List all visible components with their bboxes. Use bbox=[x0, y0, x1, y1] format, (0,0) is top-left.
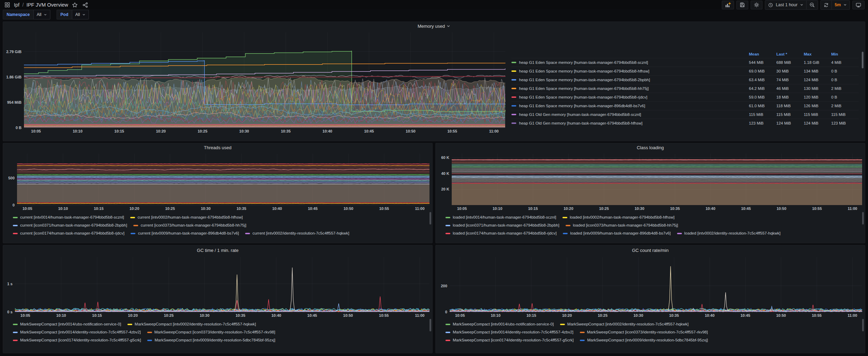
legend-series-item[interactable]: MarkSweepCompact [intv0014/ubs-notificat… bbox=[13, 320, 121, 328]
legend-value: 544 MiB bbox=[749, 60, 776, 65]
zoom-out-time-button[interactable] bbox=[806, 1, 818, 9]
chevron-down-icon bbox=[843, 3, 847, 7]
time-range-picker[interactable]: Last 1 hour bbox=[765, 1, 806, 9]
legend-series-item[interactable]: loaded [intv0002/human-task-manager-6794… bbox=[562, 213, 675, 221]
legend-series-item[interactable]: MarkSweepCompact [intv0014/identity-reso… bbox=[445, 328, 574, 336]
legend-series-item[interactable]: loaded [icon0373/human-task-manager-6794… bbox=[566, 221, 678, 229]
panel-title-class-loading[interactable]: Class loading bbox=[436, 143, 865, 152]
legend-scrollbar[interactable] bbox=[429, 212, 431, 224]
gc-time-chart[interactable]: 10:0510:1010:1510:2010:2510:3010:3510:40… bbox=[3, 255, 432, 318]
svg-text:11:00: 11:00 bbox=[415, 206, 425, 211]
legend-scrollbar[interactable] bbox=[429, 319, 431, 331]
legend-series-item[interactable]: loaded [icon0174/human-task-manager-6794… bbox=[445, 229, 557, 237]
series-color-swatch bbox=[13, 217, 18, 218]
threads-used-chart[interactable]: 10:0510:1010:1510:2010:2510:3010:3510:40… bbox=[3, 152, 432, 211]
panel-title-gc-time[interactable]: GC time / 1 min. rate bbox=[3, 245, 432, 255]
legend-sort-header[interactable]: Max bbox=[804, 52, 831, 56]
legend-series-item[interactable]: current [intv0009/human-task-manager-896… bbox=[131, 229, 239, 237]
series-color-swatch bbox=[566, 225, 570, 226]
legend-series-item[interactable]: MarkSweepCompact [icon0373/identity-reso… bbox=[147, 328, 275, 336]
legend-series-row[interactable]: heap G1 Eden Space memory [human-task-ma… bbox=[511, 75, 859, 84]
dashboards-grid-icon[interactable] bbox=[3, 1, 11, 9]
svg-text:10:55: 10:55 bbox=[812, 313, 821, 317]
legend-series-row[interactable]: heap G1 Old Gen memory [human-task-manag… bbox=[511, 110, 859, 119]
svg-text:10:35: 10:35 bbox=[670, 206, 680, 211]
breadcrumb-folder[interactable]: Ipf bbox=[14, 2, 19, 8]
panel-title-text: GC count rate/min bbox=[632, 248, 669, 253]
legend-series-item[interactable]: loaded [intv0014/human-task-manager-6794… bbox=[445, 213, 556, 221]
legend-series-item[interactable]: MarkSweepCompact [icon0174/identity-reso… bbox=[445, 336, 574, 344]
legend-value: 134 MiB bbox=[804, 69, 831, 73]
legend-series-item[interactable]: current [icon0371/human-task-manager-679… bbox=[13, 221, 127, 229]
legend-series-item[interactable]: MarkSweepCompact [icon0373/identity-reso… bbox=[580, 328, 708, 336]
legend-series-item[interactable]: current [icon0373/human-task-manager-679… bbox=[133, 221, 246, 229]
variable-pod-label: Pod bbox=[57, 10, 72, 19]
legend-series-item[interactable]: MarkSweepCompact [intv0002/identity-reso… bbox=[127, 320, 256, 328]
panel-threads-used: Threads used 10:0510:1010:1510:2010:2510… bbox=[3, 143, 433, 243]
legend-series-row[interactable]: heap G1 Eden Space memory [human-task-ma… bbox=[511, 67, 859, 75]
legend-scrollbar[interactable] bbox=[862, 52, 863, 68]
legend-scrollbar[interactable] bbox=[862, 319, 864, 331]
kiosk-mode-button[interactable] bbox=[852, 1, 865, 9]
memory-used-chart[interactable]: 10:0510:1010:1510:2010:2510:3010:3510:40… bbox=[3, 30, 508, 134]
legend-value: 59.0 MiB bbox=[749, 95, 776, 99]
gc-count-chart[interactable]: 10:0510:1010:1510:2010:2510:3010:3510:40… bbox=[436, 255, 865, 318]
legend-series-item[interactable]: current [icon0174/human-task-manager-679… bbox=[13, 229, 124, 237]
panel-title-memory-used[interactable]: Memory used bbox=[3, 22, 865, 30]
legend-series-row[interactable]: heap G1 Eden Space memory [human-task-ma… bbox=[511, 101, 859, 110]
svg-text:10:35: 10:35 bbox=[669, 313, 679, 317]
panel-title-text: GC time / 1 min. rate bbox=[197, 248, 239, 253]
class-loading-chart[interactable]: 10:0510:1010:1510:2010:2510:3010:3510:40… bbox=[436, 152, 865, 211]
legend-series-item[interactable]: loaded [intv0009/human-task-manager-896d… bbox=[563, 229, 671, 237]
refresh-interval-picker[interactable]: 5m bbox=[832, 1, 850, 9]
add-panel-button[interactable] bbox=[722, 1, 734, 9]
svg-text:10:40: 10:40 bbox=[272, 206, 282, 211]
series-color-swatch bbox=[445, 324, 450, 325]
svg-text:10:25: 10:25 bbox=[198, 129, 207, 133]
panel-title-threads-used[interactable]: Threads used bbox=[3, 143, 432, 152]
legend-series-item[interactable]: current [intv0002/human-task-manager-679… bbox=[130, 213, 243, 221]
variable-pod-dropdown[interactable]: All bbox=[72, 10, 89, 19]
refresh-button[interactable] bbox=[821, 1, 832, 9]
legend-series-row[interactable]: heap G1 Old Gen memory [human-task-manag… bbox=[511, 119, 859, 127]
series-color-swatch bbox=[13, 332, 18, 333]
legend-sort-header[interactable]: Last * bbox=[776, 52, 804, 56]
dashboard-settings-button[interactable] bbox=[751, 1, 762, 9]
legend-series-item[interactable]: MarkSweepCompact [intv0009/identity-reso… bbox=[147, 336, 275, 344]
svg-text:10:30: 10:30 bbox=[635, 206, 644, 211]
legend-series-row[interactable]: heap G1 Eden Space memory [human-task-ma… bbox=[511, 58, 859, 67]
legend-series-item[interactable]: loaded [icon0371/human-task-manager-6794… bbox=[445, 221, 559, 229]
svg-text:40 K: 40 K bbox=[441, 171, 449, 176]
dashboard-variables-bar: Namespace All Pod All bbox=[0, 9, 868, 22]
legend-sort-header[interactable]: Min bbox=[831, 52, 859, 56]
legend-series-row[interactable]: heap G1 Eden Space memory [human-task-ma… bbox=[511, 93, 859, 101]
legend-series-item[interactable]: current [intv0014/human-task-manager-679… bbox=[13, 213, 124, 221]
series-color-swatch bbox=[511, 114, 516, 115]
legend-series-item[interactable]: MarkSweepCompact [intv0002/identity-reso… bbox=[560, 320, 688, 328]
dashboard-title: IPF JVM Overview bbox=[26, 2, 68, 8]
legend-sort-header[interactable]: Mean bbox=[749, 52, 776, 56]
svg-text:11:00: 11:00 bbox=[848, 313, 857, 317]
legend-series-item[interactable]: MarkSweepCompact [intv0014/ubs-notificat… bbox=[445, 320, 554, 328]
legend-series-item[interactable]: MarkSweepCompact [intv0014/identity-reso… bbox=[13, 328, 141, 336]
legend-scrollbar[interactable] bbox=[862, 212, 864, 224]
legend-series-item[interactable]: current [intv0002/identity-resolution-7c… bbox=[245, 229, 349, 237]
panel-title-gc-count[interactable]: GC count rate/min bbox=[436, 245, 865, 255]
svg-text:10:25: 10:25 bbox=[164, 313, 174, 317]
series-color-swatch bbox=[445, 332, 450, 333]
share-icon[interactable] bbox=[81, 1, 89, 9]
legend-series-item[interactable]: MarkSweepCompact [intv0009/identity-reso… bbox=[580, 336, 708, 344]
svg-text:10:40: 10:40 bbox=[706, 206, 715, 211]
svg-text:10:10: 10:10 bbox=[73, 129, 82, 133]
svg-text:0 s: 0 s bbox=[7, 310, 12, 314]
svg-text:0 B: 0 B bbox=[16, 126, 22, 130]
variable-namespace-dropdown[interactable]: All bbox=[33, 10, 50, 19]
svg-text:10:20: 10:20 bbox=[130, 206, 139, 211]
save-dashboard-button[interactable] bbox=[736, 1, 748, 9]
legend-series-row[interactable]: heap G1 Eden Space memory [human-task-ma… bbox=[511, 84, 859, 93]
star-icon[interactable] bbox=[71, 1, 78, 9]
svg-text:20 K: 20 K bbox=[441, 187, 449, 191]
svg-text:10:30: 10:30 bbox=[200, 313, 209, 317]
legend-series-item[interactable]: loaded [intv0002/identity-resolution-7c5… bbox=[677, 229, 781, 237]
legend-series-item[interactable]: MarkSweepCompact [icon0174/identity-reso… bbox=[13, 336, 141, 344]
